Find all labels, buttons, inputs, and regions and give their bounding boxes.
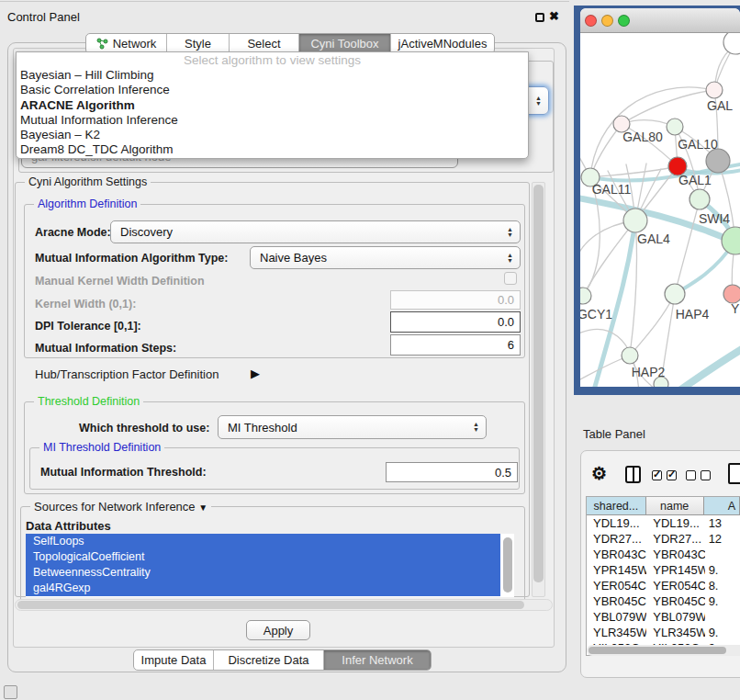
- unchecked-checkbox-icon-2[interactable]: [701, 470, 711, 480]
- table-row[interactable]: YPR145WYPR145W9.: [587, 562, 740, 578]
- tab-network[interactable]: Network: [86, 34, 167, 53]
- table-cell: YBR045C: [646, 593, 704, 609]
- tab-discretize-data[interactable]: Discretize Data: [214, 650, 324, 670]
- aracne-mode-value: Discovery: [120, 225, 173, 239]
- column-header-partial[interactable]: A: [704, 497, 740, 514]
- split-columns-icon[interactable]: [625, 466, 641, 483]
- network-node[interactable]: [706, 82, 723, 98]
- settings-hscrollbar-thumb[interactable]: [17, 601, 524, 609]
- data-attribute-item[interactable]: TopologicalCoefficient: [26, 549, 500, 565]
- panel-grip-icon[interactable]: [4, 685, 17, 699]
- close-icon[interactable]: ✖: [549, 9, 559, 23]
- data-attribute-item[interactable]: BetweennessCentrality: [26, 565, 500, 581]
- hub-definition-label: Hub/Transcription Factor Definition: [35, 367, 219, 381]
- data-attribute-item[interactable]: SelfLoops: [26, 534, 500, 549]
- algorithm-option[interactable]: Bayesian – K2: [17, 128, 528, 142]
- zoom-traffic-light[interactable]: [618, 15, 630, 27]
- table-row[interactable]: YDR27...YDR27...12: [587, 531, 740, 547]
- algorithm-option[interactable]: Dream8 DC_TDC Algorithm: [17, 142, 528, 157]
- unchecked-checkbox-icon-1[interactable]: [686, 470, 696, 480]
- mi-threshold-group-title: MI Threshold Definition: [39, 441, 164, 454]
- algorithm-option[interactable]: ARACNE Algorithm: [17, 98, 528, 113]
- network-node[interactable]: [667, 119, 683, 135]
- tab-impute-data[interactable]: Impute Data: [134, 650, 214, 670]
- mi-type-value: Naive Bayes: [260, 251, 327, 265]
- network-edge[interactable]: [622, 90, 714, 124]
- list-scrollbar-thumb[interactable]: [503, 537, 512, 593]
- network-window-titlebar[interactable]: [580, 8, 740, 33]
- network-canvas[interactable]: GALGAL80GAL10GAL1GAL11SWI4GAL4GCY1HAP4YH…: [580, 33, 740, 387]
- manual-kernel-checkbox[interactable]: [504, 272, 517, 285]
- table-body: YDL19...YDL19...13YDR27...YDR27...12YBR0…: [587, 515, 740, 647]
- cyni-settings-title: Cyni Algorithm Settings: [25, 175, 151, 188]
- table-row[interactable]: YER054CYER054C8.: [587, 578, 740, 593]
- table-row[interactable]: YBR043CYBR043C: [587, 547, 740, 562]
- table-panel-title: Table Panel: [583, 427, 645, 441]
- chevron-updown-icon: ▲▼: [535, 96, 542, 107]
- table-cell: YER054C: [587, 578, 646, 593]
- close-traffic-light[interactable]: [585, 15, 597, 27]
- network-edge[interactable]: [630, 294, 675, 356]
- network-node[interactable]: [622, 347, 638, 364]
- dpi-tolerance-field[interactable]: 0.0: [390, 311, 521, 333]
- network-node-label: GAL80: [622, 130, 663, 144]
- algorithm-list: Bayesian – Hill ClimbingBasic Correlatio…: [17, 68, 528, 158]
- tab-cyni-toolbox[interactable]: Cyni Toolbox: [299, 34, 391, 53]
- aracne-mode-combobox[interactable]: Discovery ▲▼: [110, 220, 521, 243]
- algorithm-option[interactable]: Basic Correlation Inference: [17, 83, 528, 97]
- mi-steps-field[interactable]: 6: [390, 334, 521, 356]
- network-edge[interactable]: [590, 166, 678, 177]
- column-header-shared-name[interactable]: shared...: [587, 497, 646, 514]
- algorithm-definition-title: Algorithm Definition: [34, 198, 140, 210]
- network-node[interactable]: [706, 149, 730, 173]
- chevron-updown-icon: ▲▼: [507, 227, 513, 238]
- network-node[interactable]: [623, 209, 647, 232]
- float-window-icon[interactable]: [535, 13, 544, 22]
- algorithm-option[interactable]: Mutual Information Inference: [17, 113, 528, 128]
- tab-style[interactable]: Style: [167, 34, 230, 53]
- checked-checkbox-icon-1[interactable]: [652, 470, 662, 480]
- apply-button[interactable]: Apply: [246, 620, 310, 640]
- data-attributes-list[interactable]: SelfLoopsTopologicalCoefficientBetweenne…: [26, 534, 514, 597]
- network-edge[interactable]: [676, 344, 740, 387]
- network-node[interactable]: [665, 284, 685, 304]
- table-row[interactable]: YLR345WYLR345W9.: [587, 625, 740, 640]
- network-node-label: GAL: [707, 98, 733, 113]
- sources-group-title[interactable]: Sources for Network Inference ▼: [30, 500, 211, 514]
- table-header-row: shared... name A: [587, 497, 740, 515]
- aracne-mode-label: Aracne Mode:: [35, 226, 111, 239]
- network-node[interactable]: [723, 33, 740, 54]
- minimize-traffic-light[interactable]: [601, 15, 613, 27]
- mi-threshold-label: Mutual Information Threshold:: [40, 466, 207, 479]
- table-cell: 8.: [705, 578, 740, 593]
- algorithm-option[interactable]: Bayesian – Hill Climbing: [17, 68, 528, 83]
- expand-right-icon[interactable]: ▶: [251, 367, 260, 380]
- data-attribute-item[interactable]: gal4RGexp: [26, 581, 500, 596]
- checked-checkbox-icon-2[interactable]: [667, 470, 677, 480]
- column-header-name[interactable]: name: [646, 497, 704, 514]
- network-node-label: SWI4: [699, 211, 730, 226]
- network-node[interactable]: [580, 288, 591, 304]
- kernel-width-field[interactable]: 0.0: [390, 290, 521, 310]
- collapse-down-icon[interactable]: ▼: [198, 502, 207, 513]
- network-node[interactable]: [690, 189, 710, 209]
- tab-select[interactable]: Select: [230, 34, 299, 53]
- table-hscrollbar-thumb[interactable]: [589, 647, 726, 654]
- network-node[interactable]: [722, 227, 740, 254]
- document-icon[interactable]: [728, 463, 740, 484]
- mi-type-combobox[interactable]: Naive Bayes ▲▼: [250, 246, 521, 269]
- gear-icon[interactable]: ⚙: [591, 463, 607, 484]
- mi-threshold-field[interactable]: 0.5: [386, 462, 518, 482]
- table-row[interactable]: YBR045CYBR045C9.: [587, 593, 740, 609]
- table-row[interactable]: YBL079WYBL079W: [587, 609, 740, 625]
- which-threshold-combobox[interactable]: MI Threshold ▲▼: [218, 415, 487, 439]
- which-threshold-value: MI Threshold: [228, 421, 297, 435]
- settings-vscrollbar-thumb[interactable]: [533, 185, 544, 582]
- tab-infer-network[interactable]: Infer Network: [324, 650, 431, 670]
- tab-jactivemnodules[interactable]: jActiveMNodules: [391, 34, 494, 53]
- tab-cyni-toolbox-label: Cyni Toolbox: [310, 37, 378, 51]
- table-cell: [705, 609, 740, 625]
- table-row[interactable]: YDL19...YDL19...13: [587, 515, 740, 531]
- network-window[interactable]: GALGAL80GAL10GAL1GAL11SWI4GAL4GCY1HAP4YH…: [580, 8, 740, 387]
- network-node[interactable]: [723, 285, 740, 303]
